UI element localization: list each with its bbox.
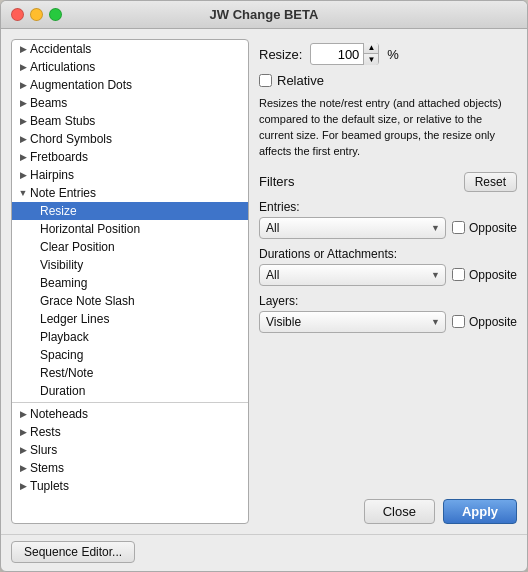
- sidebar-item-chord-symbols[interactable]: ▶ Chord Symbols: [12, 130, 248, 148]
- durations-section: Durations or Attachments: All ▼ Opposite: [259, 247, 517, 286]
- percent-label: %: [387, 47, 399, 62]
- resize-row: Resize: ▲ ▼ %: [259, 43, 517, 65]
- stepper-down-button[interactable]: ▼: [364, 54, 378, 65]
- durations-label: Durations or Attachments:: [259, 247, 517, 261]
- resize-input[interactable]: [311, 44, 363, 64]
- durations-opposite-wrap: Opposite: [452, 268, 517, 282]
- sidebar-item-clear-position[interactable]: Clear Position: [12, 238, 248, 256]
- sidebar-item-note-entries[interactable]: ▼ Note Entries: [12, 184, 248, 202]
- minimize-button[interactable]: [30, 8, 43, 21]
- sidebar-item-augmentation-dots[interactable]: ▶ Augmentation Dots: [12, 76, 248, 94]
- collapse-arrow-icon: ▶: [16, 114, 30, 128]
- entries-controls: All Notes Rests ▼ Opposite: [259, 217, 517, 239]
- relative-row: Relative: [259, 73, 517, 88]
- sidebar-item-slurs[interactable]: ▶ Slurs: [12, 441, 248, 459]
- collapse-arrow-icon: ▶: [16, 96, 30, 110]
- main-window: JW Change BETA ▶ Accidentals ▶ Articulat…: [0, 0, 528, 572]
- layers-select[interactable]: Visible All Layer 1 Layer 2 Layer 3 Laye…: [259, 311, 446, 333]
- collapse-arrow-icon: ▶: [16, 443, 30, 457]
- sidebar-item-beams[interactable]: ▶ Beams: [12, 94, 248, 112]
- layers-opposite-label: Opposite: [469, 315, 517, 329]
- collapse-arrow-icon: ▶: [16, 150, 30, 164]
- collapse-arrow-icon: ▶: [16, 461, 30, 475]
- durations-opposite-label: Opposite: [469, 268, 517, 282]
- collapse-arrow-icon: ▶: [16, 407, 30, 421]
- sidebar-item-fretboards[interactable]: ▶ Fretboards: [12, 148, 248, 166]
- resize-label: Resize:: [259, 47, 302, 62]
- description-text: Resizes the note/rest entry (and attache…: [259, 96, 517, 160]
- sidebar-item-duration[interactable]: Duration: [12, 382, 248, 400]
- sequence-editor-button[interactable]: Sequence Editor...: [11, 541, 135, 563]
- sidebar-item-spacing[interactable]: Spacing: [12, 346, 248, 364]
- sidebar-item-accidentals[interactable]: ▶ Accidentals: [12, 40, 248, 58]
- expand-arrow-icon: ▼: [16, 186, 30, 200]
- durations-select-wrap: All ▼: [259, 264, 446, 286]
- sidebar-item-tuplets[interactable]: ▶ Tuplets: [12, 477, 248, 495]
- bottom-buttons: Close Apply: [259, 493, 517, 524]
- sidebar-item-rest-note[interactable]: Rest/Note: [12, 364, 248, 382]
- right-panel: Resize: ▲ ▼ % Relative Resizes the note/…: [259, 39, 517, 524]
- collapse-arrow-icon: ▶: [16, 78, 30, 92]
- durations-opposite-checkbox[interactable]: [452, 268, 465, 281]
- entries-label: Entries:: [259, 200, 517, 214]
- footer: Sequence Editor...: [1, 534, 527, 571]
- reset-button[interactable]: Reset: [464, 172, 517, 192]
- sidebar-item-beam-stubs[interactable]: ▶ Beam Stubs: [12, 112, 248, 130]
- layers-opposite-wrap: Opposite: [452, 315, 517, 329]
- window-title: JW Change BETA: [210, 7, 319, 22]
- durations-controls: All ▼ Opposite: [259, 264, 517, 286]
- layers-select-wrap: Visible All Layer 1 Layer 2 Layer 3 Laye…: [259, 311, 446, 333]
- sidebar-item-grace-note-slash[interactable]: Grace Note Slash: [12, 292, 248, 310]
- layers-label: Layers:: [259, 294, 517, 308]
- layers-controls: Visible All Layer 1 Layer 2 Layer 3 Laye…: [259, 311, 517, 333]
- relative-checkbox-wrap: Relative: [259, 73, 324, 88]
- filters-row: Filters Reset: [259, 172, 517, 192]
- layers-opposite-checkbox[interactable]: [452, 315, 465, 328]
- relative-label: Relative: [277, 73, 324, 88]
- entries-select-wrap: All Notes Rests ▼: [259, 217, 446, 239]
- entries-opposite-wrap: Opposite: [452, 221, 517, 235]
- maximize-button[interactable]: [49, 8, 62, 21]
- relative-checkbox[interactable]: [259, 74, 272, 87]
- sidebar: ▶ Accidentals ▶ Articulations ▶ Augmenta…: [11, 39, 249, 524]
- durations-select[interactable]: All: [259, 264, 446, 286]
- sidebar-item-ledger-lines[interactable]: Ledger Lines: [12, 310, 248, 328]
- layers-section: Layers: Visible All Layer 1 Layer 2 Laye…: [259, 294, 517, 333]
- stepper-up-button[interactable]: ▲: [364, 43, 378, 54]
- sidebar-item-resize[interactable]: Resize: [12, 202, 248, 220]
- sidebar-item-hairpins[interactable]: ▶ Hairpins: [12, 166, 248, 184]
- sidebar-item-articulations[interactable]: ▶ Articulations: [12, 58, 248, 76]
- collapse-arrow-icon: ▶: [16, 60, 30, 74]
- sidebar-item-noteheads[interactable]: ▶ Noteheads: [12, 405, 248, 423]
- collapse-arrow-icon: ▶: [16, 168, 30, 182]
- resize-stepper: ▲ ▼: [363, 43, 378, 65]
- sidebar-item-beaming[interactable]: Beaming: [12, 274, 248, 292]
- close-button[interactable]: [11, 8, 24, 21]
- main-content: ▶ Accidentals ▶ Articulations ▶ Augmenta…: [1, 29, 527, 534]
- window-controls: [11, 8, 62, 21]
- title-bar: JW Change BETA: [1, 1, 527, 29]
- collapse-arrow-icon: ▶: [16, 425, 30, 439]
- apply-button[interactable]: Apply: [443, 499, 517, 524]
- filters-label: Filters: [259, 174, 294, 189]
- entries-select[interactable]: All Notes Rests: [259, 217, 446, 239]
- collapse-arrow-icon: ▶: [16, 479, 30, 493]
- sidebar-item-playback[interactable]: Playback: [12, 328, 248, 346]
- entries-opposite-checkbox[interactable]: [452, 221, 465, 234]
- sidebar-item-horizontal-position[interactable]: Horizontal Position: [12, 220, 248, 238]
- sidebar-item-rests[interactable]: ▶ Rests: [12, 423, 248, 441]
- entries-opposite-label: Opposite: [469, 221, 517, 235]
- entries-section: Entries: All Notes Rests ▼ Opposite: [259, 200, 517, 239]
- collapse-arrow-icon: ▶: [16, 132, 30, 146]
- collapse-arrow-icon: ▶: [16, 42, 30, 56]
- sidebar-item-visibility[interactable]: Visibility: [12, 256, 248, 274]
- resize-input-wrap: ▲ ▼: [310, 43, 379, 65]
- close-button[interactable]: Close: [364, 499, 435, 524]
- sidebar-item-stems[interactable]: ▶ Stems: [12, 459, 248, 477]
